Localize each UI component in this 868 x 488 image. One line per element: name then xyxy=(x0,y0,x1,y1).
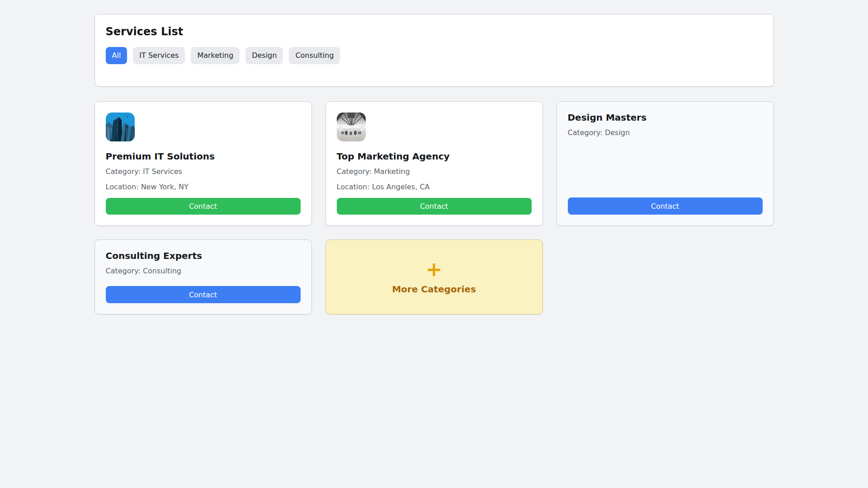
more-categories-label: More Categories xyxy=(392,284,476,295)
services-list-panel: Services List All IT Services Marketing … xyxy=(94,14,774,87)
skyscrapers-photo-thumbnail xyxy=(106,113,135,141)
service-card-consulting-experts: Consulting Experts Category: Consulting … xyxy=(94,239,312,314)
contact-button[interactable]: Contact xyxy=(337,198,532,215)
filter-button-it-services[interactable]: IT Services xyxy=(133,47,185,64)
service-title: Top Marketing Agency xyxy=(337,151,532,162)
contact-button[interactable]: Contact xyxy=(568,197,763,215)
filter-button-all[interactable]: All xyxy=(106,47,127,64)
more-categories-card[interactable]: + More Categories xyxy=(326,239,543,314)
plus-icon: + xyxy=(426,259,443,279)
service-location: Location: New York, NY xyxy=(106,183,301,191)
filter-button-design[interactable]: Design xyxy=(245,47,283,64)
page-title: Services List xyxy=(106,25,763,38)
service-title: Design Masters xyxy=(568,113,763,123)
service-title: Consulting Experts xyxy=(106,251,301,261)
service-category: Category: IT Services xyxy=(106,167,301,176)
industrial-hall-photo-thumbnail xyxy=(337,113,366,141)
service-category: Category: Design xyxy=(568,128,763,137)
service-card-premium-it: Premium IT Solutions Category: IT Servic… xyxy=(94,101,312,226)
service-location: Location: Los Angeles, CA xyxy=(337,183,532,191)
service-title: Premium IT Solutions xyxy=(106,151,301,162)
service-card-design-masters: Design Masters Category: Design Contact xyxy=(557,101,774,226)
filter-button-marketing[interactable]: Marketing xyxy=(191,47,240,64)
filter-button-consulting[interactable]: Consulting xyxy=(289,47,340,64)
service-category: Category: Marketing xyxy=(337,167,532,176)
service-card-top-marketing: Top Marketing Agency Category: Marketing… xyxy=(326,101,543,226)
service-category: Category: Consulting xyxy=(106,267,301,275)
services-page: Services List All IT Services Marketing … xyxy=(94,0,774,314)
services-grid: Premium IT Solutions Category: IT Servic… xyxy=(94,101,774,314)
contact-button[interactable]: Contact xyxy=(106,286,301,303)
filter-bar: All IT Services Marketing Design Consult… xyxy=(106,47,763,64)
contact-button[interactable]: Contact xyxy=(106,198,301,215)
